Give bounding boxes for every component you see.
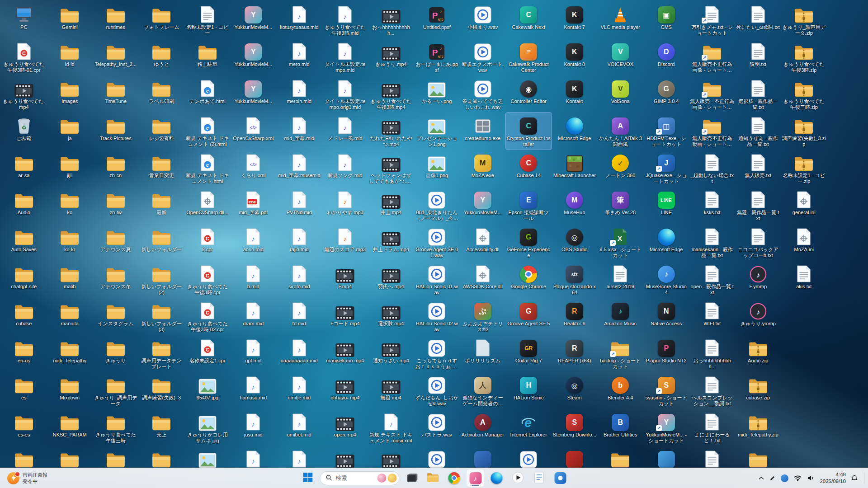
desktop-icon[interactable]: ♪jusu.mid bbox=[231, 409, 277, 446]
desktop-icon[interactable]: open - 親作品一覧.txt bbox=[689, 261, 736, 298]
desktop-icon[interactable]: TimeTune bbox=[93, 75, 139, 113]
desktop-icon[interactable]: 小銭まり.wav bbox=[460, 1, 506, 38]
desktop-icon[interactable]: ↗backup - ショートカット bbox=[598, 335, 644, 372]
desktop-icon[interactable]: runtimes bbox=[93, 1, 139, 38]
desktop-icon[interactable]: 路上駐車 bbox=[184, 38, 231, 75]
desktop-icon[interactable]: P♪NT2おーばーまにあ.ppsf bbox=[414, 38, 460, 75]
desktop-icon[interactable]: 無題 - 親作品一覧.txt bbox=[735, 187, 781, 224]
desktop-icon[interactable]: ↗無人販売不正行為動画 - ショートカット bbox=[689, 113, 736, 150]
desktop-icon[interactable]: MoZA.ini bbox=[781, 224, 827, 261]
desktop-icon[interactable]: Mixdown bbox=[47, 372, 93, 409]
desktop-icon[interactable]: ko-kr bbox=[47, 224, 93, 261]
desktop-icon[interactable]: ja bbox=[47, 113, 93, 150]
tray-pen-icon[interactable] bbox=[769, 475, 775, 481]
desktop-icon[interactable]: GRGuitar Rig 7 bbox=[506, 335, 552, 372]
desktop-icon[interactable]: Audio.zip bbox=[735, 335, 781, 372]
desktop-icon[interactable] bbox=[1, 446, 47, 468]
desktop-icon[interactable]: ↗万引きメモ.txt - ショートカット bbox=[689, 1, 736, 38]
desktop-icon[interactable]: きゅうり食べてた.mp4 bbox=[1, 75, 47, 113]
taskbar-app-chrome[interactable] bbox=[445, 469, 463, 487]
desktop-icon[interactable]: VVoiSona bbox=[598, 75, 644, 113]
volume-icon[interactable] bbox=[807, 475, 814, 481]
desktop-icon[interactable]: ♪aorin.mid bbox=[231, 224, 277, 261]
taskbar-app-notepad[interactable] bbox=[530, 469, 548, 487]
desktop-icon[interactable]: きゅうり食べてた午後3時.zip bbox=[781, 38, 827, 75]
desktop-icon[interactable]: ♪umibet.mid bbox=[276, 409, 322, 446]
desktop-icon[interactable]: Cきゅうり食べてた午後3時.cpr bbox=[184, 261, 231, 298]
desktop-icon[interactable]: おっhhhhhhhhhhh... bbox=[689, 335, 736, 372]
desktop-icon[interactable]: 調声練習(失敗)_3 bbox=[139, 372, 185, 409]
desktop-icon[interactable] bbox=[47, 446, 93, 468]
desktop-icon[interactable] bbox=[460, 446, 506, 468]
desktop-icon[interactable]: ♪タイトル未設定.tempo.mid bbox=[322, 38, 368, 75]
desktop-icon[interactable]: きゅうり_調声用データ.zip bbox=[781, 1, 827, 38]
desktop-icon[interactable]: ar-sa bbox=[1, 150, 47, 187]
desktop-icon[interactable]: VVOICEVOX bbox=[598, 38, 644, 75]
desktop-icon[interactable]: PDFmid_字幕.pdf bbox=[231, 187, 277, 224]
desktop-icon[interactable] bbox=[414, 446, 460, 468]
desktop-icon[interactable]: ♪MuseScore Studio 4 bbox=[643, 261, 689, 298]
desktop-icon[interactable]: AActivation Manager bbox=[460, 409, 506, 446]
desktop-icon[interactable]: 選択肢 - 親作品一覧.txt bbox=[735, 75, 781, 113]
desktop-icon[interactable]: ♪hamusu.mid bbox=[231, 372, 277, 409]
desktop-icon[interactable]: きゅうり_調声用データ bbox=[93, 372, 139, 409]
desktop-icon[interactable]: ♪mid_字幕.mid bbox=[276, 113, 322, 150]
desktop-icon[interactable]: Auto Saves bbox=[1, 224, 47, 261]
desktop-icon[interactable]: ♪F.ymmp bbox=[735, 261, 781, 298]
desktop-icon[interactable]: zh-tw bbox=[93, 187, 139, 224]
desktop-icon[interactable]: e新規 テキスト ドキュメント (2).html bbox=[184, 113, 231, 150]
taskbar-app-blue-app[interactable] bbox=[552, 469, 570, 487]
desktop-icon[interactable]: GGroove Agent SE 5 bbox=[506, 298, 552, 335]
desktop-icon[interactable]: ♪無題のスコア.mp3 bbox=[322, 224, 368, 261]
desktop-icon[interactable]: Minecraft Launcher bbox=[552, 150, 598, 187]
desktop-icon[interactable]: ≡Cakewalk Product Center bbox=[506, 38, 552, 75]
desktop-icon[interactable]: ♪kotusytuaaus.mid bbox=[276, 1, 322, 38]
desktop-icon[interactable]: ヘッドフォンはずしててもあがつ.mp4 bbox=[368, 150, 414, 187]
desktop-icon[interactable] bbox=[184, 446, 231, 468]
desktop-icon[interactable]: 説明.txt bbox=[735, 38, 781, 75]
desktop-icon[interactable]: ◎OBS Studio bbox=[552, 224, 598, 261]
desktop-icon[interactable]: 名称未設定1 - コピー bbox=[184, 1, 231, 38]
desktop-icon[interactable]: きゅうり.mp4 bbox=[368, 38, 414, 75]
desktop-icon[interactable]: ずんだもん_しおかぜ&.wav bbox=[414, 372, 460, 409]
desktop-icon[interactable]: きゅうり食べてた午後3時.mp4 bbox=[368, 75, 414, 113]
desktop-icon[interactable]: AWSSDK.Core.dll bbox=[460, 261, 506, 298]
desktop-icon[interactable]: manisekarin - 親作品一覧.txt bbox=[689, 224, 736, 261]
desktop-icon[interactable]: Y↗YukkuriMovieM... - ショートカット bbox=[643, 409, 689, 446]
desktop-icon[interactable]: 新しいフォルダー bbox=[139, 224, 185, 261]
desktop-icon[interactable]: chatgpt-site bbox=[1, 261, 47, 298]
desktop-icon[interactable]: C名称未設定1.cpr bbox=[184, 335, 231, 372]
desktop-icon[interactable]: Telepathy_Inst_2... bbox=[93, 38, 139, 75]
desktop-icon[interactable]: きゅうり食べてた午後三時.zip bbox=[781, 75, 827, 113]
desktop-icon[interactable]: YYukkuriMovieM... bbox=[231, 1, 277, 38]
desktop-icon[interactable]: おっhhhhhhhhhhh... bbox=[368, 1, 414, 38]
desktop-icon[interactable] bbox=[368, 446, 414, 468]
desktop-icon[interactable]: HHALion Sonic bbox=[506, 372, 552, 409]
desktop-icon[interactable]: </>OpenCvSharp.xml bbox=[231, 113, 277, 150]
desktop-icon[interactable] bbox=[322, 446, 368, 468]
desktop-icon[interactable]: きゅうり bbox=[93, 335, 139, 372]
desktop-icon[interactable] bbox=[139, 446, 185, 468]
desktop-icon[interactable]: 調声用データテンプレート bbox=[139, 335, 185, 372]
desktop-icon[interactable]: Microsoft Edge bbox=[643, 224, 689, 261]
desktop-icon[interactable]: ♪ bbox=[276, 446, 322, 468]
desktop-icon[interactable]: ◫↗HDDFMT.exe - ショートカット bbox=[643, 113, 689, 150]
desktop-icon[interactable]: es bbox=[1, 372, 47, 409]
desktop-icon[interactable]: YYukkuriMovieM... bbox=[231, 75, 277, 113]
desktop-icon[interactable]: general.ini bbox=[781, 187, 827, 224]
desktop-icon[interactable] bbox=[643, 446, 689, 468]
desktop-icon[interactable]: DDiscord bbox=[643, 38, 689, 75]
desktop-icon[interactable]: midi_Telepathy.zip bbox=[735, 409, 781, 446]
desktop-icon[interactable]: ▣CMS bbox=[643, 1, 689, 38]
desktop-icon[interactable]: NNative Access bbox=[643, 298, 689, 335]
desktop-icon[interactable]: きゅうり食べてた午後三時 bbox=[93, 409, 139, 446]
desktop-icon[interactable]: manisekarin.mp4 bbox=[322, 335, 368, 372]
desktop-icon[interactable]: 井上ドラム.mp4 bbox=[368, 224, 414, 261]
desktop-icon[interactable]: 営業日変更 bbox=[139, 150, 185, 187]
desktop-icon[interactable]: 通知うざい.mp4 bbox=[368, 335, 414, 372]
desktop-icon[interactable]: ♪td.mid bbox=[276, 298, 322, 335]
desktop-icon[interactable]: Aかんたん！AITalk 3 関西風 bbox=[598, 113, 644, 150]
desktop-icon[interactable]: 調声練習(失敗)_3.zip bbox=[781, 113, 827, 150]
desktop-icon[interactable]: e新規 テキスト ドキュメント.html bbox=[184, 150, 231, 187]
desktop-icon[interactable]: MMoZA.exe bbox=[460, 150, 506, 187]
